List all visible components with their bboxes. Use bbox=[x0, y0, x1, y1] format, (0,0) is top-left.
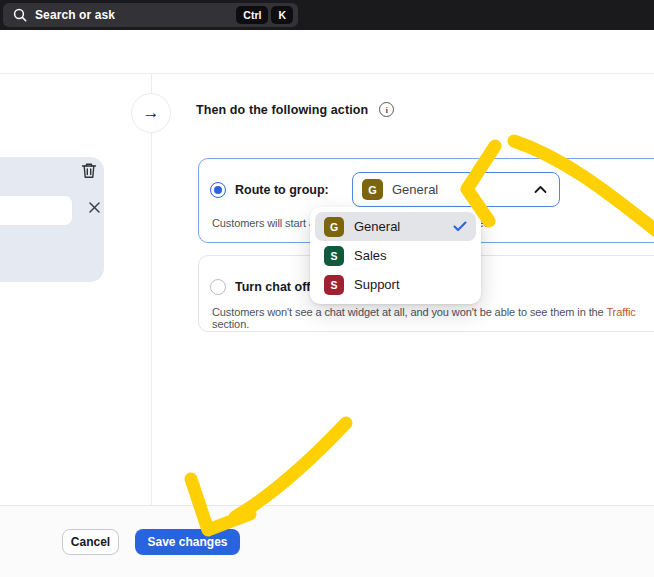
remove-value-button[interactable] bbox=[85, 200, 103, 218]
group-dropdown-menu: G General S Sales S Support bbox=[310, 207, 481, 304]
search-icon bbox=[13, 8, 27, 22]
group-badge-general: G bbox=[362, 179, 383, 200]
settings-page: Search or ask Ctrl K → Th bbox=[0, 0, 654, 577]
chevron-up-icon bbox=[534, 185, 547, 194]
dropdown-item-label: General bbox=[354, 219, 400, 234]
flow-connector-line bbox=[151, 74, 152, 505]
group-badge-support: S bbox=[324, 275, 344, 295]
check-icon bbox=[453, 221, 467, 232]
shortcut-key-k: K bbox=[271, 6, 293, 24]
dropdown-item-label: Sales bbox=[354, 248, 387, 263]
condition-value-input[interactable] bbox=[0, 195, 73, 226]
turn-chat-off-radio[interactable] bbox=[210, 279, 226, 295]
page-title: Then do the following action bbox=[196, 103, 368, 117]
info-icon[interactable]: i bbox=[379, 102, 394, 117]
route-to-group-radio-row[interactable]: Route to group: bbox=[210, 182, 329, 198]
description-text-before: Customers won't see a chat widget at all… bbox=[212, 306, 606, 318]
top-bar: Search or ask Ctrl K bbox=[0, 0, 654, 30]
turn-chat-off-radio-row[interactable]: Turn chat off bbox=[210, 279, 310, 295]
delete-condition-button[interactable] bbox=[79, 162, 99, 182]
action-heading-row: Then do the following action i bbox=[196, 102, 394, 117]
arrow-right-icon: → bbox=[143, 103, 160, 123]
cancel-button[interactable]: Cancel bbox=[62, 529, 119, 555]
content-top-divider bbox=[0, 73, 654, 74]
description-text-after: section. bbox=[212, 318, 249, 330]
group-badge-sales: S bbox=[324, 246, 344, 266]
turn-chat-off-label: Turn chat off bbox=[235, 280, 310, 294]
search-input[interactable]: Search or ask Ctrl K bbox=[3, 3, 298, 27]
group-badge-general: G bbox=[324, 217, 344, 237]
route-to-group-label: Route to group: bbox=[235, 183, 329, 197]
dropdown-item-label: Support bbox=[354, 277, 400, 292]
turn-chat-off-description: Customers won't see a chat widget at all… bbox=[212, 306, 652, 330]
group-select-value: General bbox=[392, 182, 525, 197]
search-placeholder: Search or ask bbox=[35, 8, 233, 22]
dropdown-item-general[interactable]: G General bbox=[315, 212, 476, 241]
trash-icon bbox=[81, 162, 97, 183]
shortcut-key-ctrl: Ctrl bbox=[236, 6, 268, 24]
save-changes-button[interactable]: Save changes bbox=[135, 529, 240, 555]
route-to-group-radio[interactable] bbox=[210, 182, 226, 198]
dropdown-item-support[interactable]: S Support bbox=[315, 270, 476, 299]
group-select[interactable]: G General bbox=[352, 172, 560, 207]
traffic-link[interactable]: Traffic bbox=[606, 306, 635, 318]
dropdown-item-sales[interactable]: S Sales bbox=[315, 241, 476, 270]
close-icon bbox=[88, 200, 101, 218]
flow-action-node: → bbox=[131, 93, 171, 133]
